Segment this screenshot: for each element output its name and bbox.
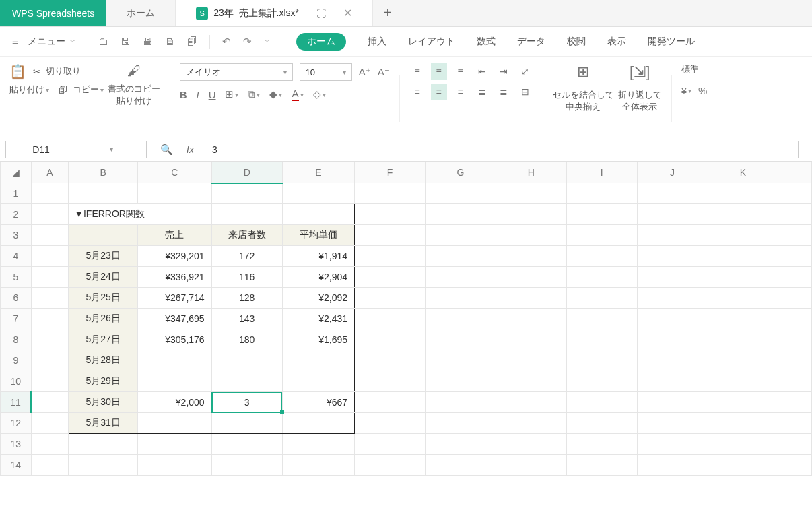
distribute-button[interactable]: ≣ bbox=[496, 84, 512, 100]
cell[interactable]: 5月26日 bbox=[69, 309, 138, 329]
col-header[interactable]: I bbox=[566, 162, 637, 183]
ribbon-tab-insert[interactable]: 挿入 bbox=[368, 33, 386, 51]
cell[interactable]: ¥305,176 bbox=[138, 329, 212, 350]
row-header[interactable]: 2 bbox=[1, 204, 32, 225]
close-icon[interactable]: ✕ bbox=[343, 7, 352, 20]
cell[interactable]: ¥1,914 bbox=[282, 246, 354, 267]
paste-label-button[interactable]: 貼り付け▾ bbox=[9, 84, 49, 96]
cell[interactable]: 5月25日 bbox=[69, 288, 138, 309]
cell[interactable]: 5月30日 bbox=[69, 392, 138, 413]
ribbon-tab-view[interactable]: 表示 bbox=[607, 33, 626, 51]
col-header[interactable]: C bbox=[138, 162, 212, 183]
cell[interactable]: 143 bbox=[211, 309, 282, 329]
indent-decrease-button[interactable]: ⇤ bbox=[474, 63, 490, 80]
font-size-select[interactable]: 10▾ bbox=[300, 63, 352, 81]
cell[interactable]: 128 bbox=[211, 288, 282, 309]
cell[interactable]: ¥2,431 bbox=[282, 309, 354, 329]
row-header[interactable]: 5 bbox=[1, 267, 32, 288]
col-header[interactable]: K bbox=[708, 162, 778, 183]
undo-icon[interactable]: ↶ bbox=[219, 36, 234, 48]
cell-header[interactable]: 売上 bbox=[138, 225, 212, 246]
cell[interactable]: ¥336,921 bbox=[138, 267, 212, 288]
tab-document[interactable]: S 23年_売上集計.xlsx* ⛶ ✕ bbox=[176, 0, 373, 26]
merge-center-button[interactable]: ⊞ セルを結合して 中央揃え bbox=[553, 63, 614, 113]
col-header[interactable]: H bbox=[496, 162, 566, 183]
fx-icon[interactable]: fx bbox=[187, 144, 194, 155]
cell[interactable]: 5月24日 bbox=[69, 267, 138, 288]
hamburger-icon[interactable]: ≡ bbox=[9, 36, 21, 47]
zoom-icon[interactable]: 🔍 bbox=[158, 144, 176, 156]
fill-color-button[interactable]: ◆▾ bbox=[269, 88, 282, 100]
save-icon[interactable]: 🖫 bbox=[118, 36, 133, 47]
cell[interactable]: ¥329,201 bbox=[138, 246, 212, 267]
orientation-button[interactable]: ⤢ bbox=[517, 63, 533, 80]
row-header[interactable]: 8 bbox=[1, 329, 32, 350]
cell[interactable]: ¥2,904 bbox=[282, 267, 354, 288]
wrap-text-button[interactable]: [⇲] 折り返して 全体表示 bbox=[618, 63, 662, 113]
row-header[interactable]: 6 bbox=[1, 288, 32, 309]
row-header[interactable]: 1 bbox=[1, 183, 32, 204]
currency-button[interactable]: ¥▾ bbox=[681, 85, 691, 96]
add-tab-button[interactable]: + bbox=[373, 0, 403, 26]
align-top-button[interactable]: ≡ bbox=[409, 63, 426, 80]
font-name-select[interactable]: メイリオ▾ bbox=[180, 63, 293, 81]
col-header[interactable]: J bbox=[637, 162, 708, 183]
border-button[interactable]: ⊞▾ bbox=[225, 88, 238, 100]
align-center-button[interactable]: ≡ bbox=[431, 84, 447, 100]
ribbon-tab-formula[interactable]: 数式 bbox=[477, 33, 496, 51]
ribbon-tab-layout[interactable]: レイアウト bbox=[408, 33, 455, 51]
cell[interactable]: 172 bbox=[211, 246, 282, 267]
projector-icon[interactable]: ⛶ bbox=[316, 8, 326, 19]
spreadsheet-grid[interactable]: ◢ A B C D E F G H I J K 1 2 ▼IFERROR関数 3… bbox=[0, 162, 812, 476]
ribbon-tab-data[interactable]: データ bbox=[517, 33, 545, 51]
format-painter-button[interactable]: 🖌 書式のコピー 貼り付け bbox=[108, 63, 160, 107]
print-preview-icon[interactable]: 🗎 bbox=[162, 36, 178, 47]
chevron-down-icon[interactable]: ﹀ bbox=[261, 37, 273, 46]
cell[interactable]: 5月29日 bbox=[69, 371, 138, 392]
col-header[interactable]: F bbox=[355, 162, 426, 183]
cell[interactable]: 180 bbox=[211, 329, 282, 350]
cell[interactable] bbox=[282, 371, 354, 392]
clear-format-button[interactable]: ◇▾ bbox=[313, 88, 326, 100]
paste-button[interactable]: 📋 bbox=[9, 63, 26, 80]
col-header[interactable] bbox=[778, 162, 812, 183]
cell[interactable] bbox=[282, 413, 354, 434]
cell[interactable]: 5月31日 bbox=[69, 413, 138, 434]
font-color-button[interactable]: A▾ bbox=[292, 88, 303, 101]
align-right-button[interactable]: ≡ bbox=[452, 84, 469, 100]
bold-button[interactable]: B bbox=[180, 89, 187, 100]
underline-button[interactable]: U bbox=[209, 89, 216, 100]
cell[interactable] bbox=[211, 350, 282, 371]
cell-title[interactable]: ▼IFERROR関数 bbox=[69, 204, 212, 225]
print-icon[interactable]: 🖶 bbox=[140, 36, 156, 47]
align-middle-button[interactable]: ≡ bbox=[431, 63, 447, 80]
export-icon[interactable]: 🗐 bbox=[184, 36, 200, 47]
open-icon[interactable]: 🗀 bbox=[96, 36, 111, 47]
cell[interactable]: 5月23日 bbox=[69, 246, 138, 267]
italic-button[interactable]: I bbox=[196, 89, 199, 100]
row-header[interactable]: 7 bbox=[1, 309, 32, 329]
sheet-area[interactable]: ◢ A B C D E F G H I J K 1 2 ▼IFERROR関数 3… bbox=[0, 162, 812, 476]
percent-button[interactable]: % bbox=[698, 85, 707, 96]
name-box[interactable]: D11 ▾ bbox=[5, 141, 147, 158]
cell[interactable] bbox=[211, 371, 282, 392]
align-bottom-button[interactable]: ≡ bbox=[452, 63, 469, 80]
active-cell[interactable]: 3 bbox=[211, 392, 282, 413]
ribbon-tab-home[interactable]: ホーム bbox=[296, 33, 346, 51]
cell-style-button[interactable]: ⧉▾ bbox=[248, 88, 260, 100]
cell[interactable] bbox=[138, 350, 212, 371]
cell-header[interactable]: 平均単価 bbox=[282, 225, 354, 246]
row-header[interactable]: 13 bbox=[1, 434, 32, 455]
ribbon-tab-developer[interactable]: 開発ツール bbox=[648, 33, 695, 51]
tab-home[interactable]: ホーム bbox=[106, 0, 176, 26]
redo-icon[interactable]: ↷ bbox=[240, 36, 255, 48]
decrease-font-button[interactable]: A⁻ bbox=[378, 66, 390, 78]
merge-across-button[interactable]: ⊟ bbox=[517, 84, 533, 100]
col-header[interactable]: D bbox=[211, 162, 282, 183]
menu-button[interactable]: メニュー﹀ bbox=[28, 36, 76, 48]
row-header[interactable]: 9 bbox=[1, 350, 32, 371]
cell[interactable]: 5月27日 bbox=[69, 329, 138, 350]
cell[interactable]: 5月28日 bbox=[69, 350, 138, 371]
select-all-cell[interactable]: ◢ bbox=[1, 162, 32, 183]
col-header[interactable]: G bbox=[425, 162, 496, 183]
